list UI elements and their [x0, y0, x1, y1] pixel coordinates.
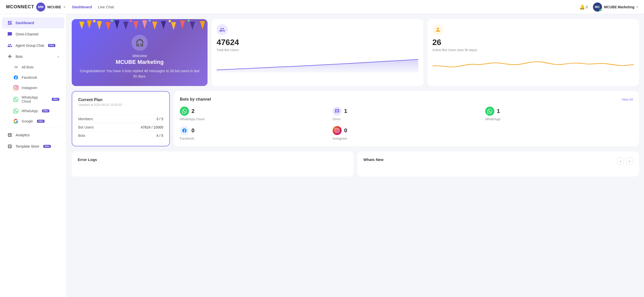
- bell-icon: 🔔: [579, 4, 585, 10]
- svg-marker-8: [152, 22, 157, 30]
- prev-arrow-button[interactable]: ‹: [617, 158, 624, 165]
- sidebar-divider: [4, 128, 62, 128]
- sidebar-label-analytics: Analytics: [16, 133, 30, 137]
- active-bot-users-card: 26 Active Bot Users (last 30 days): [427, 19, 639, 86]
- brand-chevron-icon[interactable]: ▾: [64, 5, 65, 9]
- user-name: MCUBE Marketing: [604, 5, 634, 9]
- user-menu-button[interactable]: MC MCUBE Marketing ▾: [593, 3, 638, 12]
- sidebar-label-facebook: Facebook: [22, 75, 37, 79]
- sidebar-item-dashboard[interactable]: Dashboard: [2, 17, 64, 28]
- sidebar-subitem-all-bots[interactable]: All Bots: [2, 62, 64, 72]
- bot-item-facebook: 0 Facebook: [180, 126, 328, 140]
- welcome-content: 🎧 Welcome MCUBE Marketing Congratulation…: [80, 35, 199, 79]
- sidebar-item-agent-group-chat[interactable]: Agent Group Chat PRO: [2, 40, 64, 51]
- svg-marker-9: [161, 21, 166, 29]
- svg-marker-1: [87, 20, 92, 29]
- nav-dashboard[interactable]: Dashboard: [72, 5, 92, 9]
- sidebar-subitem-whatsapp[interactable]: WhatsApp PRO: [2, 106, 64, 116]
- svg-marker-6: [133, 21, 138, 30]
- total-users-chart: [217, 55, 418, 81]
- svg-point-15: [111, 20, 113, 22]
- dashboard-icon: [7, 20, 13, 26]
- sidebar-label-google: Google: [22, 119, 33, 123]
- svg-marker-12: [190, 22, 195, 30]
- top-nav-links: Dashboard Live Chat: [72, 5, 114, 9]
- sidebar-subitem-facebook[interactable]: Facebook: [2, 72, 64, 82]
- omni-bot-icon: [333, 107, 342, 116]
- whatsapp-cloud-pro-badge: PRO: [52, 98, 59, 101]
- svg-marker-10: [171, 22, 176, 30]
- whats-new-pagination: ‹ ›: [617, 158, 633, 165]
- svg-marker-7: [142, 20, 147, 29]
- sidebar-label-instagram: Instagram: [22, 86, 37, 90]
- active-users-icon: [432, 24, 444, 35]
- whatsapp-icon: [13, 108, 19, 114]
- brand-text: MCONNECT: [6, 4, 34, 10]
- total-bot-users-number: 47624: [217, 38, 418, 47]
- online-status-dot: [599, 9, 602, 11]
- active-bot-users-label: Active Bot Users (last 30 days): [432, 48, 634, 52]
- main-content: 🎧 Welcome MCUBE Marketing Congratulation…: [67, 14, 644, 297]
- svg-point-17: [149, 20, 151, 22]
- plan-row-members: Members 3 / 5: [78, 115, 163, 123]
- user-chevron-icon: ▾: [636, 5, 638, 9]
- sidebar-subitem-instagram[interactable]: Instagram: [2, 83, 64, 93]
- welcome-description: Congratulations! You have 4 bots replied…: [80, 68, 199, 79]
- instagram-count: 0: [344, 127, 347, 134]
- whats-new-title: Whats New: [364, 157, 384, 162]
- svg-marker-2: [97, 21, 102, 30]
- svg-marker-13: [200, 21, 205, 29]
- sidebar-bots-section[interactable]: Bots ∧: [2, 51, 64, 62]
- agent-chat-pro-badge: PRO: [48, 44, 56, 47]
- bot-item-whatsapp-cloud: 2 WhatsApp Cloud: [180, 107, 328, 121]
- brand-avatar: MM: [36, 3, 45, 12]
- instagram-bot-icon: [333, 126, 342, 135]
- notifications-button[interactable]: 🔔 0: [579, 4, 588, 10]
- sidebar-item-analytics[interactable]: Analytics: [2, 130, 64, 141]
- notification-count: 0: [586, 5, 588, 9]
- sidebar-label-whatsapp: WhatsApp: [22, 109, 38, 113]
- view-all-button[interactable]: View All: [622, 98, 633, 101]
- welcome-card: 🎧 Welcome MCUBE Marketing Congratulation…: [72, 19, 208, 86]
- bots-card-header: Bots by channel View All: [180, 97, 633, 102]
- error-logs-card: Error Logs: [72, 151, 353, 177]
- google-pro-badge: PRO: [37, 120, 45, 123]
- sidebar-bots-submenu: All Bots Facebook Instagram WhatsApp Clo…: [0, 62, 66, 126]
- whatsapp-cloud-count: 2: [191, 108, 194, 114]
- all-bots-icon: [13, 64, 19, 70]
- omni-count: 1: [344, 108, 347, 114]
- plan-title: Current Plan: [78, 98, 163, 102]
- facebook-count: 0: [191, 127, 194, 134]
- svg-point-19: [188, 20, 190, 22]
- whatsapp-bot-icon: [485, 107, 494, 116]
- plan-members-value: 3 / 5: [156, 117, 163, 121]
- total-bot-users-card: 47624 Total Bot Users: [212, 19, 423, 86]
- main-layout: Dashboard Omni-Channel Agent Group Chat …: [0, 14, 644, 297]
- plan-updated: Updated at 2024-06-04 16:05:03: [78, 103, 163, 107]
- plan-bots-section: Current Plan Updated at 2024-06-04 16:05…: [72, 91, 639, 146]
- bots-title: Bots by channel: [180, 97, 211, 102]
- facebook-bot-label: Facebook: [180, 137, 328, 140]
- sidebar-label-template-store: Template Store: [16, 144, 39, 148]
- brand-logo[interactable]: MCONNECT MM MCUBE ▾: [6, 3, 65, 12]
- sidebar-label-dashboard: Dashboard: [16, 21, 34, 25]
- next-arrow-button[interactable]: ›: [626, 158, 633, 165]
- bottom-section: Error Logs Whats New ‹ ›: [72, 151, 639, 177]
- svg-marker-0: [79, 22, 84, 29]
- whatsapp-pro-badge: PRO: [42, 109, 50, 112]
- sidebar-item-template-store[interactable]: Template Store PRO: [2, 141, 64, 152]
- plan-bots-value: 4 / 5: [156, 134, 163, 138]
- nav-livechat[interactable]: Live Chat: [98, 5, 114, 9]
- bot-item-whatsapp: 1 WhatsApp: [485, 107, 633, 121]
- sidebar: Dashboard Omni-Channel Agent Group Chat …: [0, 14, 67, 297]
- bot-item-omni: 1 Omni: [333, 107, 480, 121]
- sidebar-subitem-google[interactable]: Google PRO: [2, 116, 64, 126]
- google-icon: [13, 118, 19, 124]
- plan-bots-label: Bots: [78, 134, 85, 138]
- sidebar-item-omni-channel[interactable]: Omni-Channel: [2, 29, 64, 40]
- user-avatar: MC: [593, 3, 602, 12]
- welcome-name: MCUBE Marketing: [80, 59, 199, 65]
- sidebar-subitem-whatsapp-cloud[interactable]: WhatsApp Cloud PRO: [2, 93, 64, 106]
- instagram-bot-label: Instagram: [333, 137, 480, 140]
- plan-details: Members 3 / 5 Bot Users 47624 / 10000 Bo…: [78, 115, 163, 140]
